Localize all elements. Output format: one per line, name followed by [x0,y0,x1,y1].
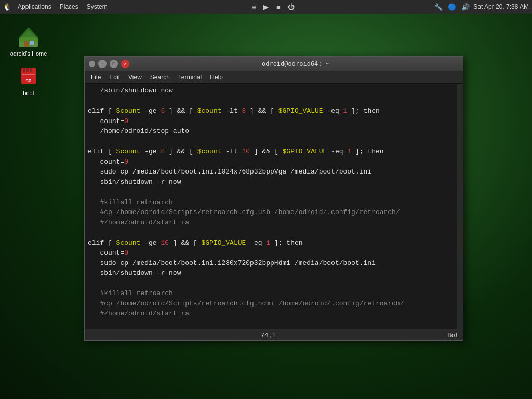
home-icon [16,24,41,49]
term-line: #killall retroarch [88,288,460,299]
term-line [88,187,460,197]
maximize-button[interactable]: □ [110,60,118,68]
scroll-position: Bot [447,331,459,339]
scrollbar[interactable] [457,84,463,329]
term-line: elif [ $count -ge 6 ] && [ $count -lt 8 … [88,106,460,116]
term-line: count=0 [88,157,460,167]
term-line: #cp /home/odroid/Scripts/retroarch.cfg.u… [88,207,460,218]
svg-text:SD: SD [25,78,31,83]
power-icon[interactable]: ⏻ [286,2,296,12]
term-line: #/home/odroid/start_ra [88,309,460,319]
term-line [88,319,460,329]
network-icon: 🔧 [433,3,444,11]
panel-places[interactable]: Places [56,0,83,14]
menu-file[interactable]: File [87,71,105,84]
term-line [88,137,460,147]
term-line: elif [ $count -ge 8 ] && [ $count -lt 10… [88,147,460,157]
term-line: count=0 [88,116,460,127]
term-line: count=0 [88,248,460,258]
screen-icon[interactable]: 🖥 [248,2,259,12]
term-line: #cp /home/odroid/Scripts/retroarch.cfg.h… [88,299,460,309]
cursor-position: 74,1 [261,331,276,339]
term-line [88,96,460,107]
panel-right: 🔧 🔵 🔊 Sat Apr 20, 7:38 AM [433,3,532,11]
panel-system[interactable]: System [83,0,112,14]
term-line: /sbin/shutdown now [88,86,460,96]
play-icon[interactable]: ▶ [261,2,271,12]
svg-rect-8 [26,68,29,72]
term-line: #killall retroarch [88,197,460,208]
home-icon-label: odroid's Home [10,50,47,57]
title-dot [89,61,95,67]
svg-rect-7 [23,68,25,72]
top-panel: 🐧 Applications Places System 🖥 ▶ ■ ⏻ 🔧 🔵… [0,0,532,14]
terminal-content[interactable]: /sbin/shutdown now elif [ $count -ge 6 ]… [85,84,463,329]
term-line: sbin/shutdown -r now [88,268,460,278]
term-line [88,278,460,289]
svg-rect-3 [24,41,29,47]
window-title: odroid@odroid64: ~ [132,60,459,68]
menu-terminal[interactable]: Terminal [174,71,206,84]
terminal-window: − □ × odroid@odroid64: ~ File Edit View … [84,56,463,341]
panel-center: 🖥 ▶ ■ ⏻ [112,2,433,12]
term-line [88,228,460,238]
bluetooth-icon: 🔵 [446,3,458,11]
desktop-icon-home[interactable]: odroid's Home [8,24,49,57]
status-bar: 74,1 Bot [85,329,463,340]
term-line: /home/odroid/stop_auto [88,126,460,137]
sd-icon: SD [16,63,41,88]
menu-edit[interactable]: Edit [105,71,124,84]
svg-rect-4 [30,41,34,45]
term-line: sudo cp /media/boot/boot.ini.1280x720p32… [88,258,460,269]
panel-applications[interactable]: Applications [14,0,56,14]
volume-icon: 🔊 [460,3,471,11]
terminal-menu-bar: File Edit View Search Terminal Help [85,71,463,84]
menu-search[interactable]: Search [146,71,174,84]
system-icon[interactable]: 🐧 [0,0,14,14]
menu-view[interactable]: View [124,71,146,84]
svg-rect-10 [22,74,35,75]
desktop-icon-boot[interactable]: SD boot [8,63,49,96]
minimize-button[interactable]: − [98,60,107,68]
term-line: sbin/shutdown -r now [88,177,460,188]
term-line: elif [ $count -ge 10 ] && [ $GPIO_VALUE … [88,238,460,248]
title-bar: − □ × odroid@odroid64: ~ [85,57,463,71]
boot-icon-label: boot [23,90,34,96]
svg-rect-9 [30,68,32,72]
datetime: Sat Apr 20, 7:38 AM [473,3,529,10]
stop-icon[interactable]: ■ [273,2,284,12]
menu-help[interactable]: Help [206,71,227,84]
panel-left: 🐧 Applications Places System [0,0,112,14]
close-button[interactable]: × [121,60,129,68]
term-line: sudo cp /media/boot/boot.ini.1024x768p32… [88,167,460,177]
term-line: #/home/odroid/start_ra [88,218,460,228]
desktop: 🐧 Applications Places System 🖥 ▶ ■ ⏻ 🔧 🔵… [0,0,532,399]
